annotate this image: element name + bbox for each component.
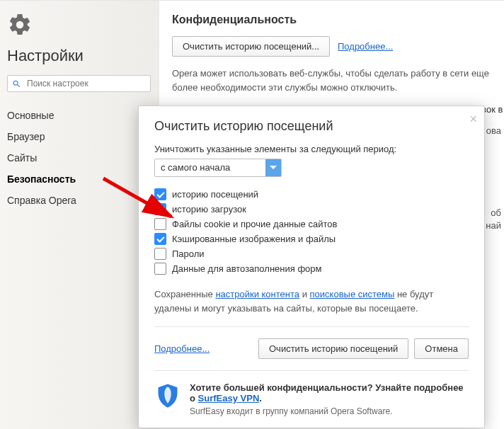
promo-headline: Хотите большей конфиденциальности? Узнай… <box>190 382 469 404</box>
dialog-footer: Подробнее... Очистить историю посещений … <box>154 338 469 359</box>
checkbox-icon[interactable] <box>154 248 166 260</box>
divider <box>154 370 469 371</box>
shield-icon <box>154 382 181 409</box>
dialog-title: Очистить историю посещений <box>154 119 469 134</box>
confirm-clear-button[interactable]: Очистить историю посещений <box>258 338 408 359</box>
close-icon[interactable]: × <box>469 112 477 127</box>
option-label: Кэшированные изображения и файлы <box>172 234 336 244</box>
app-window: Настройки ОсновныеБраузерСайтыБезопаснос… <box>0 0 504 429</box>
checkbox-icon[interactable] <box>154 203 166 215</box>
section-title: Конфиденциальность <box>172 13 504 26</box>
dialog-note: Сохраненные настройки контента и поисков… <box>154 287 469 315</box>
nav-list: ОсновныеБраузерСайтыБезопасностьСправка … <box>0 105 159 211</box>
promo-sub: SurfEasy входит в группу компаний Opera … <box>190 406 469 416</box>
option-row-3[interactable]: Кэшированные изображения и файлы <box>154 233 469 245</box>
vpn-promo: Хотите большей конфиденциальности? Узнай… <box>154 382 469 416</box>
options-list: историю посещенийисторию загрузокФайлы c… <box>154 188 469 275</box>
option-row-2[interactable]: Файлы cookie и прочие данные сайтов <box>154 218 469 230</box>
clear-history-button[interactable]: Очистить историю посещений... <box>172 36 330 57</box>
sidebar-item-2[interactable]: Сайты <box>0 147 159 168</box>
sidebar-item-1[interactable]: Браузер <box>0 126 159 147</box>
cancel-button[interactable]: Отмена <box>414 338 469 359</box>
option-label: Данные для автозаполнения форм <box>172 263 322 274</box>
search-engines-link[interactable]: поисковые системы <box>310 289 395 299</box>
sidebar: Настройки ОсновныеБраузерСайтыБезопаснос… <box>0 1 159 429</box>
option-row-4[interactable]: Пароли <box>154 248 469 260</box>
sidebar-item-3[interactable]: Безопасность <box>0 168 159 190</box>
page-title: Настройки <box>7 47 159 65</box>
option-row-0[interactable]: историю посещений <box>154 188 469 200</box>
chevron-down-icon[interactable] <box>265 159 281 176</box>
sidebar-item-0[interactable]: Основные <box>0 105 159 126</box>
period-select[interactable]: с самого начала <box>154 159 282 177</box>
period-label: Уничтожить указанные элементы за следующ… <box>154 144 469 154</box>
option-label: историю посещений <box>172 189 258 200</box>
period-value: с самого начала <box>155 159 265 176</box>
search-input-container[interactable] <box>7 75 151 92</box>
option-row-1[interactable]: историю загрузок <box>154 203 469 215</box>
dialog-more-link[interactable]: Подробнее... <box>154 343 210 354</box>
content-settings-link[interactable]: настройки контента <box>215 289 299 299</box>
clear-history-dialog: × Очистить историю посещений Уничтожить … <box>138 105 485 428</box>
search-icon <box>12 79 21 88</box>
checkbox-icon[interactable] <box>154 233 166 245</box>
option-row-5[interactable]: Данные для автозаполнения форм <box>154 263 469 275</box>
search-input[interactable] <box>25 78 146 89</box>
note-text: Сохраненные <box>154 289 215 299</box>
privacy-description: Opera может использовать веб-службы, что… <box>172 67 504 94</box>
checkbox-icon[interactable] <box>154 263 166 275</box>
option-label: Пароли <box>172 248 205 259</box>
dialog-overlay: × Очистить историю посещений Уничтожить … <box>138 105 504 429</box>
more-link[interactable]: Подробнее... <box>338 41 393 52</box>
note-text: и <box>299 289 310 299</box>
divider <box>154 326 469 327</box>
gear-icon <box>7 12 159 40</box>
option-label: историю загрузок <box>172 204 246 214</box>
sidebar-item-4[interactable]: Справка Opera <box>0 190 159 211</box>
option-label: Файлы cookie и прочие данные сайтов <box>172 219 337 229</box>
surfeasy-link[interactable]: SurfEasy VPN <box>198 393 260 404</box>
checkbox-icon[interactable] <box>154 188 166 200</box>
checkbox-icon[interactable] <box>154 218 166 230</box>
